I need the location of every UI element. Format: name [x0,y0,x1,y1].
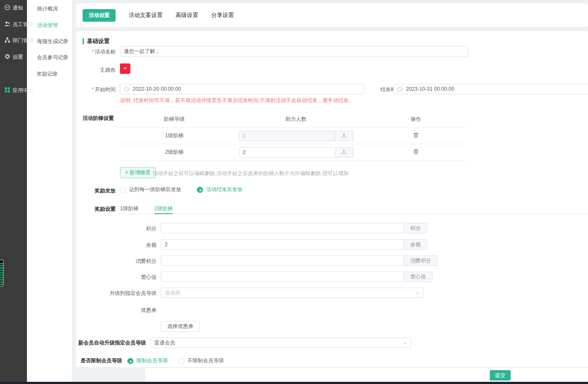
choose-coupon-button[interactable]: 选择优惠券 [161,321,200,332]
theme-color-picker[interactable] [120,63,130,74]
radio-no-limit-label[interactable]: 不限制会员等级 [187,357,224,364]
section-title: 基础设置 [83,37,110,45]
add-ladder-note: 活动开始之前可以编辑删除,活动开始之后原来的阶梯人数不允许编辑删除,但可以增加 [153,170,349,177]
radio-limit[interactable] [127,358,133,364]
submenu-item-member-records[interactable]: 会员参与记录 [37,54,68,61]
end-time-value: 2023-10-31 00:00:00 [406,86,454,92]
reward-send-options: 达到每一级阶梯后发放 活动结束后发放 [120,186,243,193]
balance-input[interactable] [161,239,404,250]
org-icon [4,37,10,44]
unit-addon: 人 [336,147,353,158]
upgrade-level-placeholder: 请选择 [165,289,180,297]
sidebar-item-label: 应用中心 [13,87,33,94]
settings-form: 基础设置 *活动名称 主题色 *开始时间 2022-10-20 00:00:00… [76,31,588,367]
ladder-count-input-1[interactable] [239,131,336,141]
radio-per-level[interactable] [120,187,126,193]
tab-copy-settings[interactable]: 活动文案设置 [129,11,163,19]
end-time-input[interactable]: 2023-10-31 00:00:00 [393,84,588,94]
love-value-label: 爱心值 [76,274,156,281]
ladder-header-actions: 操作 [363,116,468,123]
unit-addon: 人 [336,131,353,141]
auto-upgrade-label: 新会员自动升级指定会员等级 [78,339,146,347]
ladder-level-cell: 2级阶梯 [120,149,229,156]
activity-name-input[interactable] [120,46,468,56]
ladder-table: 阶梯等级 助力人数 操作 1级阶梯 人 2级阶梯 [120,111,468,161]
sidebar-item-label: 通知 [13,4,23,12]
tab-share-settings[interactable]: 分享设置 [211,11,234,19]
radio-after-end[interactable] [197,187,203,193]
message-icon [4,4,10,12]
auto-upgrade-row: 新会员自动升级指定会员等级 普通会员 [78,338,411,348]
ladder-header-count: 助力人数 [229,116,363,123]
activity-name-label: *活动名称 [76,48,116,56]
ladder-section-label: 活动阶梯设置 [83,115,114,122]
main-area: 活动设置 活动文案设置 高级设置 分享设置 基础设置 *活动名称 主题色 *开始… [73,0,588,384]
ladder-row-1: 1级阶梯 人 [120,128,468,144]
start-time-value: 2022-10-20 00:00:00 [133,86,181,92]
points-group: 积分 [161,223,427,233]
points-addon: 积分 [404,223,427,233]
limit-level-label: 是否限制会员等级 [80,357,122,364]
delete-icon[interactable] [413,132,419,139]
section-accent-bar [83,38,84,44]
submenu-item-stats[interactable]: 统计概况 [37,5,58,13]
radio-per-level-label[interactable]: 达到每一级阶梯后发放 [129,186,181,193]
tab-advanced-settings[interactable]: 高级设置 [176,11,198,19]
ladder-header-row: 阶梯等级 助力人数 操作 [120,111,468,128]
submenu-item-reward-records[interactable]: 奖励记录 [37,70,58,78]
sidebar-item-label: 设置 [13,53,23,61]
reward-set-label: 奖励设置 [76,205,116,213]
auto-upgrade-select[interactable]: 普通会员 [150,338,411,348]
sidebar-item-staff[interactable]: 员工管理 [4,21,33,28]
section-title-text: 基础设置 [87,37,110,45]
limit-level-row: 是否限制会员等级 限制会员等级 不限制会员等级 [80,357,224,364]
end-time-note: 说明: 结束时间可不填，若不填活动详情页也不展示结束时间;不填则活动不会自动结束… [120,97,354,104]
tab-activity-settings[interactable]: 活动设置 [83,9,116,22]
reward-tab-level1[interactable]: 1级阶梯 [120,205,139,214]
window-bottom-edge [0,382,588,384]
ladder-count-input-2[interactable] [239,147,336,158]
consume-points-addon: 消费积分 [404,255,438,266]
secondary-sidebar: 统计概况 活动管理 海报生成记录 会员参与记录 奖励记录 [27,0,73,384]
required-star: * [92,86,94,93]
sidebar-item-notifications[interactable]: 通知 [4,4,23,12]
theme-color-label: 主题色 [76,66,116,74]
start-time-label: *开始时间 [76,86,116,93]
reward-tab-level2[interactable]: 2级阶梯 [154,205,173,214]
team-icon [4,21,10,28]
points-label: 积分 [76,225,156,232]
consume-points-input[interactable] [161,255,404,266]
add-ladder-button[interactable]: + 新增梯度 [120,167,156,178]
start-time-input[interactable]: 2022-10-20 00:00:00 [120,84,364,94]
sidebar-item-label: 员工管理 [13,21,33,28]
sidebar-item-app-center[interactable]: 应用中心 [4,87,33,94]
upgrade-level-select[interactable]: 请选择 [161,288,424,298]
required-star: * [92,49,94,55]
chevron-down-icon [123,66,127,72]
radio-after-end-label[interactable]: 活动结束后发放 [206,186,243,193]
delete-icon[interactable] [413,149,419,156]
radio-no-limit[interactable] [178,358,184,364]
tab-bar: 活动设置 活动文案设置 高级设置 分享设置 [76,3,588,27]
love-value-input[interactable] [161,271,404,282]
reward-send-label: 奖励发放 [76,187,116,195]
balance-group: 余额 [161,239,427,250]
balance-addon: 余额 [404,239,427,250]
ladder-header-level: 阶梯等级 [120,116,229,123]
submit-button[interactable]: 提交 [490,370,511,381]
radio-limit-label[interactable]: 限制会员等级 [136,357,168,364]
ladder-row-2: 2级阶梯 人 [120,144,468,161]
auto-upgrade-value: 普通会员 [154,339,175,347]
sidebar-item-label: 部门管理 [13,37,33,44]
points-input[interactable] [161,223,404,233]
sidebar-item-departments[interactable]: 部门管理 [4,37,33,44]
primary-sidebar: 通知 员工管理 部门管理 设置 应用中心 [0,0,27,384]
upgrade-level-label: 升级到指定会员等级 [76,290,156,297]
sidebar-item-settings[interactable]: 设置 [4,53,23,61]
consume-points-group: 消费积分 [161,255,438,266]
submenu-item-activity[interactable]: 活动管理 [37,22,58,29]
submenu-item-poster-records[interactable]: 海报生成记录 [37,38,68,45]
reward-level-tabs: 1级阶梯 2级阶梯 [119,205,588,214]
coupon-label: 优惠券 [76,307,156,314]
level-indicator [0,259,4,287]
